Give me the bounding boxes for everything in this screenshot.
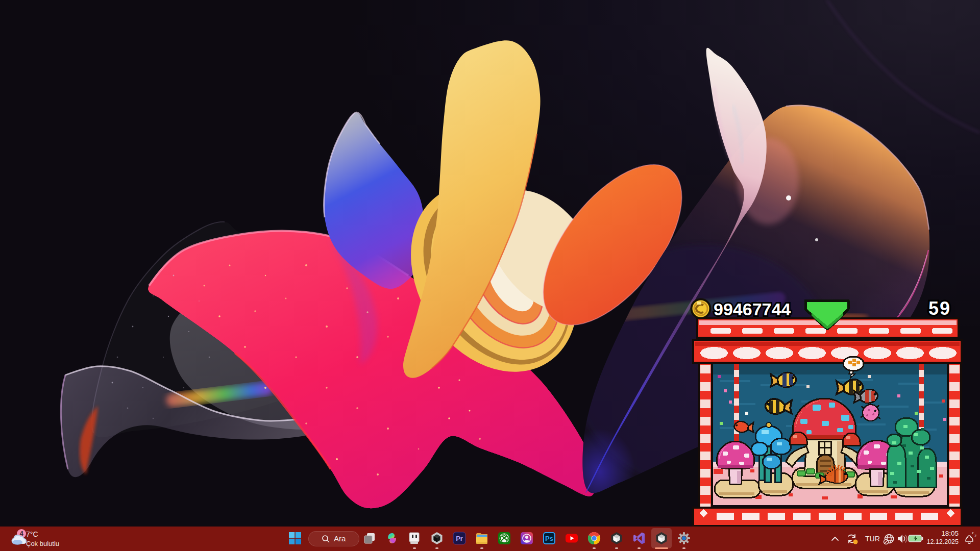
svg-text:99467744: 99467744 bbox=[714, 299, 791, 319]
svg-text:TUR: TUR bbox=[865, 535, 880, 543]
svg-text:18:05: 18:05 bbox=[941, 530, 959, 537]
svg-text:z: z bbox=[972, 531, 974, 535]
svg-text:Pr: Pr bbox=[456, 535, 463, 542]
svg-text:Ps: Ps bbox=[545, 535, 553, 542]
svg-text:12.12.2025: 12.12.2025 bbox=[926, 538, 959, 545]
svg-text:59: 59 bbox=[928, 298, 951, 319]
svg-text:z: z bbox=[974, 533, 977, 538]
